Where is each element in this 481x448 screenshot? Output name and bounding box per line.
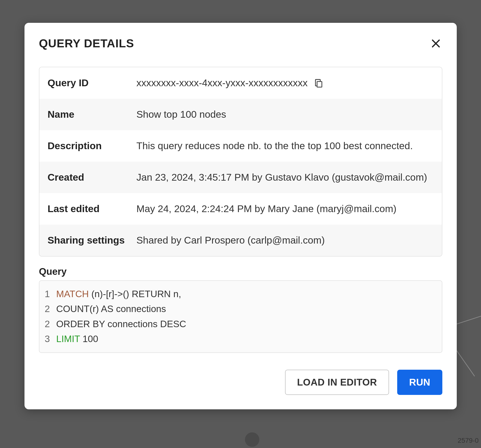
query-line-3: 2 ORDER BY connections DESC <box>45 317 436 332</box>
run-button[interactable]: RUN <box>397 370 442 395</box>
row-name: Name Show top 100 nodes <box>39 99 442 130</box>
label-query-id: Query ID <box>48 77 136 89</box>
copy-query-id-button[interactable] <box>313 78 324 88</box>
query-details-modal: QUERY DETAILS Query ID xxxxxxxx-xxxx-4xx… <box>24 23 457 409</box>
query-id-text: xxxxxxxx-xxxx-4xxx-yxxx-xxxxxxxxxxxx <box>136 77 308 89</box>
row-created: Created Jan 23, 2024, 3:45:17 PM by Gust… <box>39 162 442 193</box>
value-created: Jan 23, 2024, 3:45:17 PM by Gustavo Klav… <box>136 172 427 183</box>
query-code-box: 1 MATCH (n)-[r]->() RETURN n, 2 COUNT(r)… <box>39 280 442 353</box>
load-in-editor-button[interactable]: LOAD IN EDITOR <box>285 370 389 395</box>
value-sharing-settings: Shared by Carl Prospero (carlp@mail.com) <box>136 235 325 246</box>
query-rest: 100 <box>80 334 98 344</box>
label-description: Description <box>48 140 136 152</box>
query-line-4: 3 LIMIT 100 <box>45 332 436 346</box>
value-last-edited: May 24, 2024, 2:24:24 PM by Mary Jane (m… <box>136 203 397 214</box>
line-number: 3 <box>45 332 50 346</box>
keyword-limit: LIMIT <box>56 334 80 344</box>
row-last-edited: Last edited May 24, 2024, 2:24:24 PM by … <box>39 193 442 225</box>
modal-footer: LOAD IN EDITOR RUN <box>39 370 442 395</box>
background-corner-label: 2579-0 <box>458 437 479 444</box>
copy-icon <box>314 78 323 88</box>
query-line-1: 1 MATCH (n)-[r]->() RETURN n, <box>45 287 436 302</box>
query-text: MATCH (n)-[r]->() RETURN n, <box>56 287 181 302</box>
query-text: COUNT(r) AS connections <box>56 302 166 316</box>
value-name: Show top 100 nodes <box>136 109 226 120</box>
background-circle <box>245 432 259 447</box>
query-text: ORDER BY connections DESC <box>56 317 186 332</box>
value-description: This query reduces node nb. to the the t… <box>136 140 413 152</box>
query-section-label: Query <box>39 266 442 277</box>
details-table: Query ID xxxxxxxx-xxxx-4xxx-yxxx-xxxxxxx… <box>39 67 442 257</box>
label-name: Name <box>48 109 136 120</box>
modal-title: QUERY DETAILS <box>39 37 134 50</box>
row-query-id: Query ID xxxxxxxx-xxxx-4xxx-yxxx-xxxxxxx… <box>39 67 442 99</box>
query-line-2: 2 COUNT(r) AS connections <box>45 302 436 316</box>
line-number: 2 <box>45 317 50 332</box>
value-query-id: xxxxxxxx-xxxx-4xxx-yxxx-xxxxxxxxxxxx <box>136 77 324 89</box>
keyword-match: MATCH <box>56 289 89 299</box>
svg-rect-2 <box>317 81 322 87</box>
query-text: LIMIT 100 <box>56 332 98 346</box>
label-created: Created <box>48 172 136 183</box>
label-sharing-settings: Sharing settings <box>48 235 136 246</box>
line-number: 1 <box>45 287 50 302</box>
query-rest: (n)-[r]->() RETURN n, <box>89 289 181 299</box>
line-number: 2 <box>45 302 50 316</box>
row-sharing-settings: Sharing settings Shared by Carl Prospero… <box>39 225 442 256</box>
close-button[interactable] <box>429 37 442 50</box>
label-last-edited: Last edited <box>48 203 136 214</box>
modal-header: QUERY DETAILS <box>39 37 442 50</box>
row-description: Description This query reduces node nb. … <box>39 130 442 162</box>
close-icon <box>430 38 442 49</box>
